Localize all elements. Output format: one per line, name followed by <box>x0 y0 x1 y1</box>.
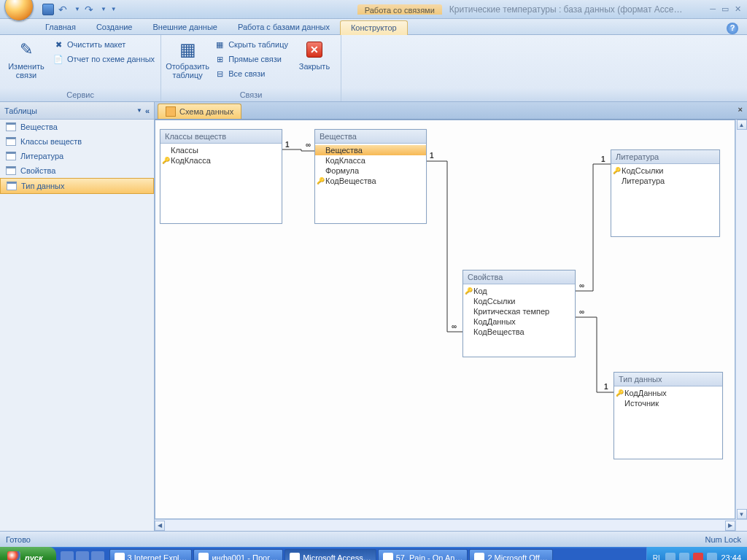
taskbar-button[interactable]: инфа001 - Прог… <box>193 549 283 560</box>
table-field[interactable]: КодДанных <box>614 388 722 398</box>
lang-indicator[interactable]: RL <box>653 554 662 561</box>
nav-item[interactable]: Свойства <box>0 163 154 178</box>
scroll-up-button[interactable]: ▲ <box>737 120 747 130</box>
doc-tab-close[interactable]: × <box>738 105 743 114</box>
table-classes[interactable]: Классы веществКлассыКодКласса <box>160 129 282 224</box>
ql-desktop-icon[interactable] <box>76 551 89 560</box>
direct-icon: ⊞ <box>214 53 225 65</box>
rel-many-label: ∞ <box>579 281 584 289</box>
rel-many-label: ∞ <box>306 141 311 149</box>
status-bar: Готово Num Lock <box>0 531 747 547</box>
tab-create[interactable]: Создание <box>86 20 143 34</box>
undo-icon[interactable] <box>58 4 70 15</box>
office-button[interactable] <box>4 0 34 21</box>
table-literature[interactable]: ЛитератураКодСсылкиЛитература <box>611 149 720 237</box>
relationship-report-button[interactable]: 📄Отчет по схеме данных <box>51 52 156 66</box>
tab-database-tools[interactable]: Работа с базами данных <box>228 20 340 34</box>
ql-media-icon[interactable] <box>91 551 104 560</box>
nav-item[interactable]: Классы веществ <box>0 134 154 149</box>
nav-dropdown-icon[interactable]: ▼ <box>136 107 142 114</box>
help-icon[interactable]: ? <box>727 23 738 34</box>
table-title: Тип данных <box>614 373 722 386</box>
table-field[interactable]: Критическая темпер <box>463 306 575 316</box>
table-field[interactable]: Код <box>463 286 575 296</box>
table-icon <box>6 166 16 175</box>
hide-table-button[interactable]: ▦Скрыть таблицу <box>212 38 290 51</box>
table-field[interactable]: КодКласса <box>315 155 426 166</box>
qat-customize[interactable]: ▼ <box>111 6 117 12</box>
taskbar-button[interactable]: 2 Microsoft Off… <box>469 549 552 560</box>
show-table-icon: ▦ <box>176 38 199 61</box>
table-field[interactable]: Вещества <box>315 145 426 155</box>
ribbon-tab-strip: Главная Создание Внешние данные Работа с… <box>0 19 747 35</box>
undo-dropdown[interactable]: ▼ <box>74 6 80 12</box>
clock[interactable]: 23:44 <box>721 553 741 560</box>
nav-collapse-button[interactable]: « <box>145 106 150 115</box>
tab-external-data[interactable]: Внешние данные <box>143 20 228 34</box>
table-field[interactable]: КодКласса <box>160 155 282 166</box>
group-relationships-label: Связи <box>166 90 336 100</box>
close-button[interactable]: ✕ <box>735 4 741 14</box>
table-field[interactable]: Литература <box>611 176 719 186</box>
relationships-icon <box>166 106 176 117</box>
doc-tab-label: Схема данных <box>179 107 233 116</box>
table-properties[interactable]: СвойстваКодКодСсылкиКритическая темперКо… <box>462 270 576 357</box>
nav-item[interactable]: Тип данных <box>0 178 154 194</box>
status-text: Готово <box>6 535 31 544</box>
tab-home[interactable]: Главная <box>35 20 86 34</box>
quick-access-toolbar: ▼ ▼ ▼ <box>42 4 117 15</box>
tray-icon[interactable] <box>679 553 689 560</box>
title-bar: ▼ ▼ ▼ Работа со связями Критические темп… <box>0 0 747 19</box>
taskbar-button[interactable]: 3 Internet Expl… <box>109 549 193 560</box>
navigation-pane: Таблицы ▼ « ВеществаКлассы веществЛитера… <box>0 102 155 531</box>
redo-icon[interactable] <box>85 4 96 15</box>
scroll-right-button[interactable]: ▶ <box>725 521 735 531</box>
restore-button[interactable]: ▭ <box>721 4 729 14</box>
table-datatype[interactable]: Тип данныхКодДанныхИсточник <box>614 372 723 459</box>
edit-relationships-button[interactable]: ✎ Изменить связи <box>4 36 48 81</box>
scroll-down-button[interactable]: ▼ <box>737 509 747 519</box>
doc-tab-relationships[interactable]: Схема данных <box>158 104 241 119</box>
tray-icon[interactable] <box>707 553 717 560</box>
close-relationships-button[interactable]: ✕ Закрыть <box>293 36 336 72</box>
taskbar-button[interactable]: 57. Pain - On An… <box>378 549 468 560</box>
table-field[interactable]: Источник <box>614 398 722 408</box>
clear-icon: ✖ <box>53 39 64 50</box>
scroll-left-button[interactable]: ◀ <box>155 521 165 531</box>
edit-relationships-label: Изменить связи <box>6 62 47 79</box>
table-field[interactable]: Формула <box>315 166 426 176</box>
vertical-scrollbar[interactable]: ▲ ▼ <box>735 120 747 519</box>
nav-header[interactable]: Таблицы ▼ « <box>0 102 154 120</box>
rel-many-label: ∞ <box>452 322 457 330</box>
clear-layout-button[interactable]: ✖Очистить макет <box>51 38 156 51</box>
table-icon <box>6 137 16 146</box>
report-icon: 📄 <box>53 53 64 65</box>
table-field[interactable]: КодВещества <box>463 327 575 337</box>
save-icon[interactable] <box>42 4 54 15</box>
tab-design[interactable]: Конструктор <box>340 20 408 35</box>
horizontal-scrollbar[interactable]: ◀ ▶ <box>155 519 735 531</box>
table-field[interactable]: КодСсылки <box>463 296 575 306</box>
table-substances[interactable]: ВеществаВеществаКодКлассаФормулаКодВещес… <box>314 129 427 224</box>
show-table-button[interactable]: ▦ Отобразить таблицу <box>166 36 209 81</box>
table-title: Классы веществ <box>160 130 282 144</box>
relationships-canvas[interactable]: 1 ∞ 1 ∞ ∞ 1 ∞ 1 Классы веществКлассыКодК… <box>155 120 735 519</box>
taskbar-button[interactable]: Microsoft Access… <box>285 549 376 560</box>
nav-item[interactable]: Литература <box>0 149 154 163</box>
minimize-button[interactable]: ─ <box>710 4 716 14</box>
windows-taskbar: пуск 3 Internet Expl…инфа001 - Прог…Micr… <box>0 547 747 560</box>
tray-icon[interactable] <box>665 553 676 560</box>
contextual-tab-header: Работа со связями <box>357 4 442 15</box>
tray-icon[interactable] <box>693 553 703 560</box>
nav-item[interactable]: Вещества <box>0 120 154 134</box>
table-field[interactable]: КодСсылки <box>611 166 719 176</box>
direct-relationships-button[interactable]: ⊞Прямые связи <box>212 52 290 66</box>
start-button[interactable]: пуск <box>0 547 56 560</box>
rel-many-label: ∞ <box>579 308 584 316</box>
all-relationships-button[interactable]: ⊟Все связи <box>212 67 290 80</box>
ql-ie-icon[interactable] <box>61 551 74 560</box>
table-field[interactable]: КодВещества <box>315 176 426 186</box>
redo-dropdown[interactable]: ▼ <box>101 6 107 12</box>
table-field[interactable]: КодДанных <box>463 316 575 327</box>
table-field[interactable]: Классы <box>160 145 282 155</box>
